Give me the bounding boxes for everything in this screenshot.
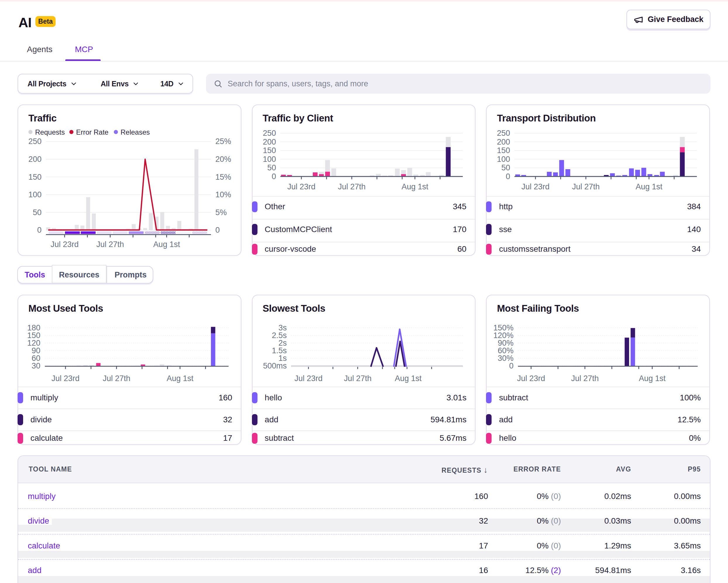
svg-text:250: 250	[497, 129, 510, 137]
svg-text:0: 0	[215, 226, 220, 234]
svg-text:Jul 27th: Jul 27th	[571, 374, 599, 382]
svg-text:100: 100	[263, 154, 276, 163]
svg-text:Jul 23rd: Jul 23rd	[517, 374, 545, 382]
svg-text:200: 200	[263, 137, 276, 146]
svg-text:Jul 27th: Jul 27th	[103, 374, 130, 382]
svg-text:25%: 25%	[215, 137, 231, 146]
svg-text:250: 250	[263, 129, 276, 137]
svg-text:Jul 23rd: Jul 23rd	[51, 240, 79, 249]
svg-text:150: 150	[263, 146, 276, 155]
svg-text:150: 150	[497, 146, 510, 155]
svg-text:Aug 1st: Aug 1st	[639, 374, 666, 382]
svg-text:10%: 10%	[215, 190, 231, 199]
svg-text:50: 50	[501, 163, 510, 172]
svg-text:Aug 1st: Aug 1st	[636, 182, 663, 191]
svg-text:Aug 1st: Aug 1st	[153, 240, 180, 249]
svg-text:100: 100	[28, 190, 42, 199]
svg-text:30: 30	[32, 361, 41, 370]
svg-text:Aug 1st: Aug 1st	[166, 374, 193, 382]
svg-text:200: 200	[28, 155, 42, 163]
svg-text:20%: 20%	[215, 155, 231, 163]
svg-text:15%: 15%	[215, 172, 231, 181]
svg-text:100: 100	[497, 154, 510, 163]
svg-text:500ms: 500ms	[263, 361, 287, 370]
svg-text:Jul 27th: Jul 27th	[572, 182, 600, 191]
svg-text:Jul 23rd: Jul 23rd	[52, 374, 80, 382]
svg-text:Aug 1st: Aug 1st	[401, 182, 428, 191]
svg-text:5%: 5%	[215, 208, 227, 217]
svg-text:Jul 23rd: Jul 23rd	[521, 182, 549, 191]
svg-text:0: 0	[271, 172, 276, 181]
svg-text:Jul 23rd: Jul 23rd	[294, 374, 322, 382]
svg-text:0: 0	[506, 172, 510, 181]
svg-text:0: 0	[37, 226, 42, 234]
svg-text:Jul 27th: Jul 27th	[338, 182, 366, 191]
svg-text:250: 250	[28, 137, 42, 146]
svg-text:150: 150	[28, 172, 42, 181]
svg-text:Jul 23rd: Jul 23rd	[287, 182, 315, 191]
svg-text:Aug 1st: Aug 1st	[395, 374, 422, 382]
svg-text:50: 50	[33, 208, 42, 217]
svg-text:50: 50	[267, 163, 276, 172]
svg-text:Jul 27th: Jul 27th	[344, 374, 372, 382]
svg-text:0: 0	[509, 361, 514, 370]
svg-text:Jul 27th: Jul 27th	[96, 240, 124, 249]
svg-text:200: 200	[497, 137, 510, 146]
